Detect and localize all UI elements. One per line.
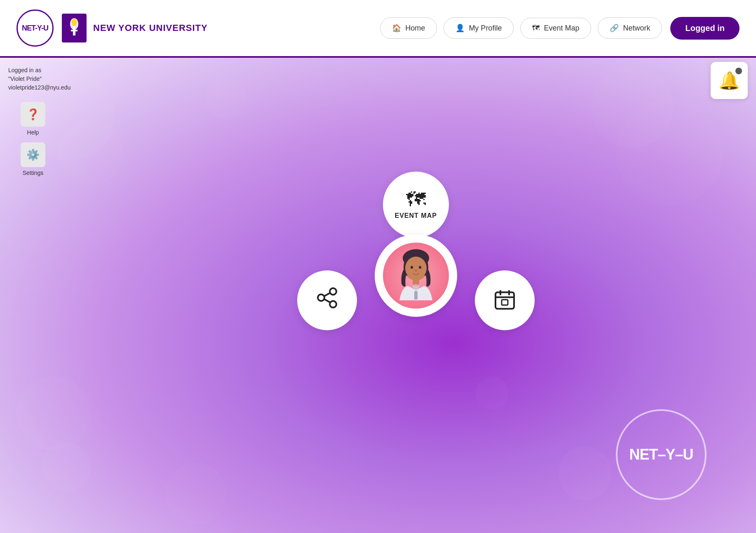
help-icon: ❓ — [21, 102, 45, 127]
event-map-icon: 🗺 — [406, 190, 426, 210]
svg-point-16 — [415, 270, 417, 271]
sidebar-help-label: Help — [27, 129, 39, 136]
nav-event-map[interactable]: 🗺 Event Map — [520, 18, 591, 39]
svg-point-13 — [405, 257, 427, 280]
svg-point-15 — [419, 266, 421, 269]
nav-my-profile[interactable]: 👤 My Profile — [444, 17, 514, 39]
sidebar-item-settings[interactable]: ⚙️ Settings — [4, 142, 62, 176]
watermark: NET–Y–U — [616, 409, 707, 500]
svg-rect-23 — [502, 300, 508, 305]
nav-home[interactable]: 🏠 Home — [380, 17, 437, 39]
notification-dot — [735, 68, 742, 74]
svg-point-4 — [330, 288, 336, 295]
network-icon: 🔗 — [610, 24, 619, 33]
settings-icon: ⚙️ — [21, 142, 45, 167]
event-map-label: EVENT MAP — [395, 212, 437, 219]
nyu-torch-icon — [62, 14, 87, 42]
nav-network[interactable]: 🔗 Network — [598, 17, 662, 39]
svg-rect-18 — [414, 291, 418, 300]
svg-line-7 — [324, 293, 330, 296]
event-map-button[interactable]: 🗺 EVENT MAP — [383, 172, 449, 238]
logged-in-button[interactable]: Logged in — [670, 17, 740, 40]
nav-links: 🏠 Home 👤 My Profile 🗺 Event Map 🔗 Networ… — [380, 17, 662, 39]
bokeh-6 — [616, 99, 723, 206]
calendar-button[interactable] — [475, 271, 535, 330]
svg-rect-1 — [71, 30, 77, 31]
calendar-icon — [493, 288, 516, 313]
svg-point-5 — [330, 301, 336, 308]
share-icon — [316, 287, 338, 314]
notification-button[interactable]: 🔔 — [711, 62, 748, 99]
profile-icon: 👤 — [455, 24, 465, 33]
sidebar-settings-label: Settings — [23, 170, 44, 176]
logo-area: NET-Y-U NEW YORK UNIVERSITY — [16, 9, 208, 47]
university-name: NEW YORK UNIVERSITY — [93, 23, 208, 33]
bokeh-10 — [165, 463, 227, 525]
svg-point-6 — [318, 295, 324, 301]
svg-point-3 — [72, 19, 77, 26]
nyu-logo: NEW YORK UNIVERSITY — [62, 14, 208, 42]
bokeh-8 — [206, 78, 247, 120]
user-email: violetpride123@nyu.edu — [8, 83, 58, 92]
avatar-svg — [383, 243, 449, 317]
sidebar: Logged in as "Violet Pride" violetpride1… — [0, 58, 66, 533]
svg-rect-19 — [495, 292, 514, 309]
sidebar-item-help[interactable]: ❓ Help — [4, 102, 62, 136]
svg-point-14 — [411, 266, 413, 269]
avatar-button[interactable] — [375, 234, 457, 317]
share-button[interactable] — [297, 271, 357, 330]
header: NET-Y-U NEW YORK UNIVERSITY 🏠 Home 👤 My … — [0, 0, 756, 58]
watermark-text: NET–Y–U — [629, 446, 693, 463]
hub-container: 🗺 EVENT MAP — [292, 172, 540, 419]
user-logged-as: Logged in as "Violet Pride" — [8, 66, 58, 83]
bokeh-2 — [58, 120, 124, 186]
avatar-image — [375, 234, 457, 317]
home-icon: 🏠 — [392, 24, 401, 33]
svg-rect-17 — [413, 278, 419, 284]
bokeh-7 — [558, 446, 612, 500]
net-y-u-logo[interactable]: NET-Y-U — [16, 9, 54, 47]
event-map-nav-icon: 🗺 — [532, 24, 540, 33]
svg-line-8 — [324, 300, 330, 302]
main-background: 🗺 EVENT MAP — [0, 58, 756, 533]
user-info: Logged in as "Violet Pride" violetpride1… — [4, 66, 62, 92]
